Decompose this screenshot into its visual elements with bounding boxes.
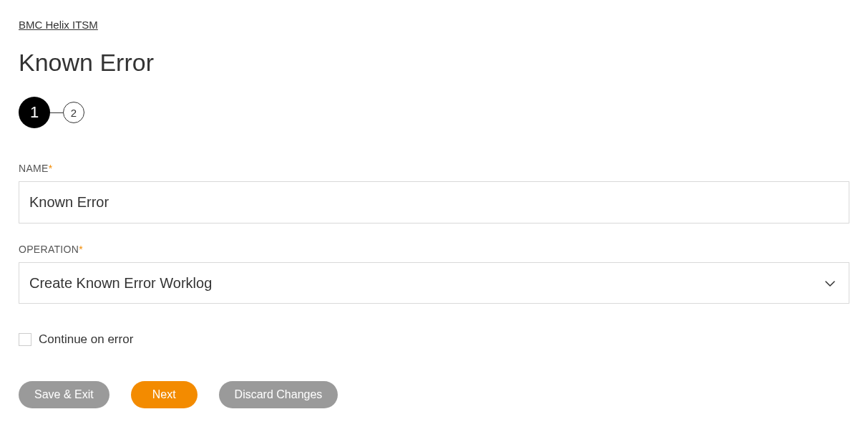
- operation-form-group: OPERATION* Create Known Error Worklog: [19, 244, 849, 304]
- button-row: Save & Exit Next Discard Changes: [19, 381, 849, 408]
- page-title: Known Error: [19, 49, 849, 77]
- continue-on-error-checkbox[interactable]: [19, 333, 31, 346]
- continue-on-error-row: Continue on error: [19, 332, 849, 347]
- operation-label-text: OPERATION: [19, 244, 79, 255]
- discard-changes-button[interactable]: Discard Changes: [219, 381, 338, 408]
- name-label: NAME*: [19, 163, 849, 174]
- step-2[interactable]: 2: [63, 102, 84, 123]
- step-connector: [50, 112, 63, 113]
- operation-select[interactable]: Create Known Error Worklog: [19, 262, 849, 304]
- name-input[interactable]: [19, 181, 849, 224]
- next-button[interactable]: Next: [131, 381, 198, 408]
- name-form-group: NAME*: [19, 163, 849, 224]
- operation-select-wrapper: Create Known Error Worklog: [19, 262, 849, 304]
- stepper: 1 2: [19, 97, 849, 128]
- required-asterisk: *: [79, 244, 83, 255]
- save-exit-button[interactable]: Save & Exit: [19, 381, 109, 408]
- breadcrumb-link[interactable]: BMC Helix ITSM: [19, 19, 98, 31]
- required-asterisk: *: [49, 163, 53, 174]
- step-1[interactable]: 1: [19, 97, 50, 128]
- continue-on-error-label[interactable]: Continue on error: [39, 332, 133, 347]
- operation-label: OPERATION*: [19, 244, 849, 255]
- name-label-text: NAME: [19, 163, 49, 174]
